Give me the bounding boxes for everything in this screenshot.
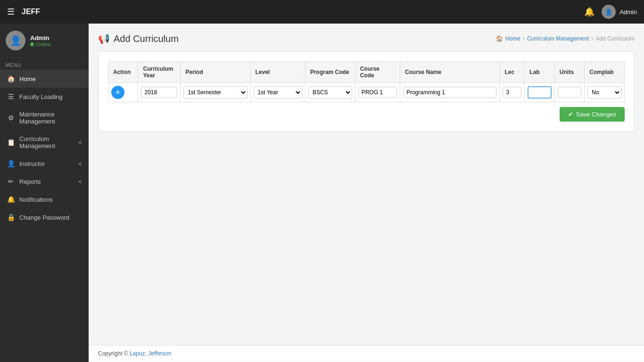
th-period: Period — [181, 62, 250, 83]
chevron-icon: < — [79, 140, 82, 145]
course-code-input[interactable] — [358, 87, 397, 98]
sidebar-item-label: Reports — [19, 178, 41, 185]
bell-icon[interactable]: 🔔 — [584, 7, 594, 17]
action-cell: + — [108, 83, 138, 102]
topbar-right: 🔔 👤 Admin — [584, 5, 637, 19]
app-brand: JEFF — [22, 8, 40, 16]
course-name-input[interactable] — [403, 87, 497, 98]
sidebar-item-label: Maintenance Management — [19, 111, 82, 125]
period-cell: 1st Semester 2nd Semester Summer — [181, 83, 250, 102]
breadcrumb-home-link[interactable]: Home — [505, 35, 520, 42]
complab-select[interactable]: No Yes — [587, 86, 621, 99]
chevron-icon: < — [79, 161, 82, 166]
table-header-row: Action Curriculum Year Period Level Prog… — [108, 62, 625, 83]
list-icon: ☰ — [7, 93, 15, 100]
units-input[interactable] — [558, 87, 581, 98]
sidebar-item-label: Change Password — [19, 214, 69, 221]
sidebar-item-label: Curriculum Management — [19, 135, 74, 149]
course-code-cell — [355, 83, 400, 102]
profile-name: Admin — [30, 34, 51, 41]
add-row-button[interactable]: + — [111, 86, 124, 99]
chevron-icon: < — [79, 179, 82, 184]
sidebar-item-reports[interactable]: ✏ Reports < — [0, 173, 89, 190]
user-label: Admin — [619, 8, 637, 16]
avatar: 👤 — [602, 5, 616, 19]
button-row: ✔ Save Changes — [108, 102, 625, 122]
lec-cell — [500, 83, 525, 102]
breadcrumb: 🏠 Home › Curriculum Management › Add Cur… — [496, 35, 635, 42]
save-button[interactable]: ✔ Save Changes — [560, 107, 625, 122]
sidebar-item-instructor[interactable]: 👤 Instructor < — [0, 155, 89, 173]
th-lec: Lec — [500, 62, 525, 83]
sidebar-item-maintenance[interactable]: ⚙ Maintenance Management — [0, 106, 89, 130]
level-cell: 1st Year 2nd Year 3rd Year 4th Year — [250, 83, 305, 102]
copyright-text: Copyright © — [98, 350, 128, 357]
table-row: + 1st Semester 2nd Semester Summer — [108, 83, 625, 102]
main-content: 📢 Add Curriculum 🏠 Home › Curriculum Man… — [89, 24, 644, 345]
menu-label: MENU — [0, 58, 89, 70]
lab-input[interactable] — [528, 86, 551, 99]
status-dot — [30, 42, 34, 46]
clipboard-icon: 📋 — [7, 139, 15, 146]
curriculum-year-cell — [138, 83, 181, 102]
topbar: ☰ JEFF 🔔 👤 Admin — [0, 0, 644, 24]
sidebar-item-faculty-loading[interactable]: ☰ Faculty Loading — [0, 88, 89, 106]
th-lab: Lab — [525, 62, 554, 83]
th-units: Units — [554, 62, 584, 83]
sidebar-item-label: Notifications — [19, 196, 53, 203]
course-name-cell — [400, 83, 500, 102]
program-code-cell: BSCS BSIT BSECE — [305, 83, 355, 102]
sidebar-item-curriculum[interactable]: 📋 Curriculum Management < — [0, 130, 89, 155]
th-level: Level — [250, 62, 305, 83]
footer-link[interactable]: Lapuz, Jefferson — [130, 350, 172, 357]
breadcrumb-sep1: › — [523, 35, 525, 42]
th-action: Action — [108, 62, 138, 83]
breadcrumb-parent-link[interactable]: Curriculum Management — [527, 35, 589, 42]
profile-status: Online — [30, 41, 51, 47]
page-title: 📢 Add Curriculum — [98, 33, 179, 44]
curriculum-card: Action Curriculum Year Period Level Prog… — [98, 51, 635, 132]
person-icon: 👤 — [7, 160, 15, 167]
menu-toggle-button[interactable]: ☰ — [7, 7, 15, 17]
th-course-code: Course Code — [355, 62, 400, 83]
program-code-select[interactable]: BSCS BSIT BSECE — [308, 86, 352, 99]
th-program-code: Program Code — [305, 62, 355, 83]
breadcrumb-sep2: › — [591, 35, 593, 42]
curriculum-year-input[interactable] — [141, 87, 177, 98]
lock-icon: 🔒 — [7, 214, 15, 221]
sidebar-item-home[interactable]: 🏠 Home — [0, 70, 89, 88]
topbar-left: ☰ JEFF — [7, 7, 40, 17]
page-header: 📢 Add Curriculum 🏠 Home › Curriculum Man… — [98, 33, 635, 44]
sidebar-item-label: Home — [19, 75, 36, 82]
megaphone-icon: 📢 — [98, 33, 110, 44]
profile-avatar: 👤 — [6, 31, 25, 50]
save-check-icon: ✔ — [568, 111, 573, 118]
breadcrumb-current: Add Curriculum — [595, 35, 635, 42]
pencil-icon: ✏ — [7, 178, 15, 185]
th-course-name: Course Name — [400, 62, 500, 83]
user-menu[interactable]: 👤 Admin — [602, 5, 637, 19]
curriculum-table: Action Curriculum Year Period Level Prog… — [108, 61, 625, 102]
sidebar-item-notifications[interactable]: 🔔 Notifications — [0, 190, 89, 208]
level-select[interactable]: 1st Year 2nd Year 3rd Year 4th Year — [254, 86, 302, 99]
footer: Copyright © Lapuz, Jefferson — [89, 345, 644, 362]
profile-info: Admin Online — [30, 34, 51, 47]
th-complab: Complab — [585, 62, 625, 83]
avatar-icon: 👤 — [605, 8, 612, 16]
lab-cell — [525, 83, 554, 102]
sidebar: 👤 Admin Online MENU 🏠 Home ☰ Faculty Loa… — [0, 24, 89, 362]
sidebar-profile: 👤 Admin Online — [0, 24, 89, 58]
lec-input[interactable] — [503, 87, 521, 98]
period-select[interactable]: 1st Semester 2nd Semester Summer — [183, 86, 247, 99]
home-icon: 🏠 — [7, 75, 15, 82]
bell-sidebar-icon: 🔔 — [7, 196, 15, 203]
gear-icon: ⚙ — [7, 114, 15, 122]
units-cell — [554, 83, 584, 102]
breadcrumb-home-icon: 🏠 — [496, 35, 503, 42]
sidebar-item-label: Faculty Loading — [19, 93, 63, 100]
sidebar-item-change-password[interactable]: 🔒 Change Password — [0, 208, 89, 226]
sidebar-item-label: Instructor — [19, 160, 45, 167]
th-curriculum-year: Curriculum Year — [138, 62, 181, 83]
complab-cell: No Yes — [585, 83, 625, 102]
